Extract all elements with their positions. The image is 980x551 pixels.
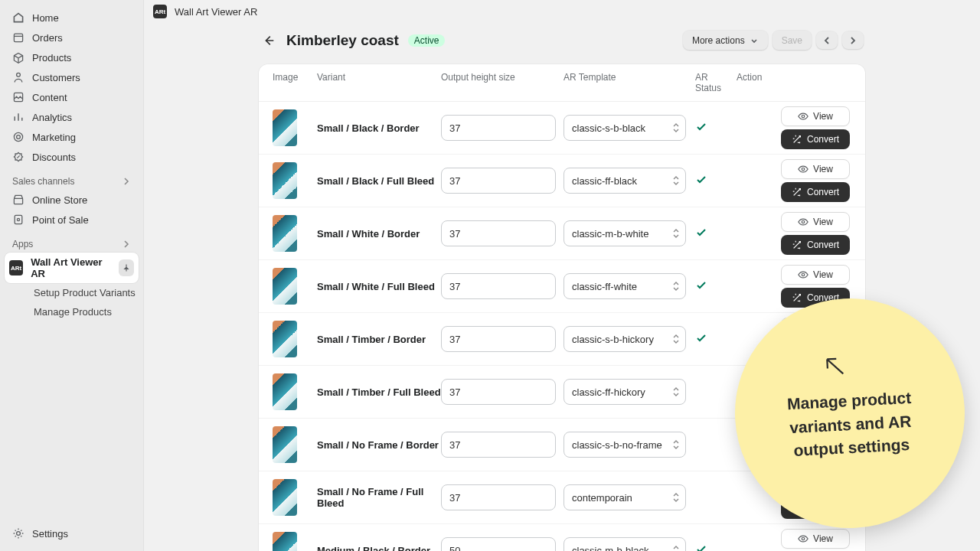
- ar-status-check: [695, 279, 737, 294]
- more-actions-button[interactable]: More actions: [683, 31, 768, 51]
- next-product-button[interactable]: [842, 31, 864, 50]
- output-height-input[interactable]: [441, 432, 556, 458]
- table-row: Medium / Black / Border classic-m-b-blac…: [259, 524, 865, 551]
- output-height-input[interactable]: [441, 484, 556, 510]
- arrow-icon: [822, 354, 847, 378]
- variant-name: Small / No Frame / Border: [317, 439, 439, 451]
- nav-orders[interactable]: Orders: [5, 28, 139, 47]
- variant-thumbnail: [273, 426, 297, 463]
- output-height-input[interactable]: [441, 220, 556, 246]
- sidebar-bottom: Settings: [0, 516, 143, 551]
- nav-label: Point of Sale: [32, 214, 89, 226]
- save-button[interactable]: Save: [773, 31, 812, 51]
- view-button[interactable]: View: [781, 265, 850, 285]
- nav-discounts[interactable]: Discounts: [5, 147, 139, 167]
- ar-template-select[interactable]: classic-s-b-black: [564, 115, 686, 141]
- col-status: AR Status: [695, 72, 737, 93]
- variant-name: Small / No Frame / Full Bleed: [317, 486, 423, 509]
- ar-template-select[interactable]: classic-s-b-no-frame: [564, 432, 686, 458]
- output-height-input[interactable]: [441, 115, 556, 141]
- svg-point-10: [802, 168, 805, 171]
- nav-content[interactable]: Content: [5, 87, 139, 107]
- convert-button[interactable]: Convert: [781, 182, 850, 202]
- orders-icon: [12, 31, 24, 44]
- chevron-left-icon: [822, 36, 831, 45]
- table-row: Small / White / Full Bleed classic-ff-wh…: [259, 260, 865, 313]
- ar-status-check: [695, 227, 737, 241]
- primary-nav: Home Orders Products Customers Content A…: [0, 0, 143, 321]
- variant-name: Small / White / Border: [317, 228, 420, 240]
- content-icon: [12, 91, 24, 103]
- nav-products[interactable]: Products: [5, 47, 139, 67]
- variant-name: Small / Timber / Full Bleed: [317, 386, 441, 398]
- view-button[interactable]: View: [781, 159, 850, 179]
- convert-button[interactable]: Convert: [781, 235, 850, 255]
- chevron-down-icon: [750, 36, 759, 45]
- variant-name: Medium / Black / Border: [317, 545, 430, 552]
- section-label: Sales channels: [12, 176, 74, 187]
- nav-label: Home: [32, 12, 59, 24]
- eye-icon: [798, 533, 808, 544]
- subnav-manage-products[interactable]: Manage Products: [31, 302, 139, 321]
- variant-thumbnail: [273, 321, 297, 357]
- variant-name: Small / Timber / Border: [317, 334, 426, 345]
- svg-point-17: [802, 537, 805, 540]
- nav-pos[interactable]: Point of Sale: [5, 210, 139, 230]
- output-height-input[interactable]: [441, 168, 556, 194]
- convert-button[interactable]: Convert: [781, 129, 850, 149]
- customers-icon: [12, 71, 24, 83]
- ar-status-check: [695, 332, 737, 347]
- ar-template-select[interactable]: classic-m-b-black: [564, 537, 686, 551]
- chevron-right-icon: [122, 240, 131, 249]
- table-row: Small / Black / Full Bleed classic-ff-bl…: [259, 155, 865, 207]
- ar-status-check: [695, 174, 737, 188]
- sales-channels-header[interactable]: Sales channels: [5, 167, 139, 190]
- magic-icon: [792, 240, 802, 250]
- ar-template-select[interactable]: classic-ff-black: [564, 168, 686, 194]
- status-badge: Active: [408, 34, 446, 47]
- nav-label: Products: [32, 52, 71, 64]
- ar-template-select[interactable]: classic-ff-hickory: [564, 379, 686, 405]
- pin-button[interactable]: [119, 259, 134, 276]
- callout-text: Manage product variants and AR output se…: [734, 384, 967, 466]
- nav-label: Analytics: [32, 112, 72, 123]
- view-button[interactable]: View: [781, 529, 850, 549]
- svg-point-11: [802, 220, 805, 223]
- prev-product-button[interactable]: [816, 31, 838, 50]
- col-template: AR Template: [564, 72, 695, 93]
- app-mini-icon: ARt: [9, 260, 23, 276]
- nav-label: Settings: [32, 528, 68, 540]
- ar-template-select[interactable]: classic-m-b-white: [564, 220, 686, 246]
- nav-settings[interactable]: Settings: [5, 523, 139, 543]
- output-height-input[interactable]: [441, 379, 556, 405]
- nav-label: Discounts: [32, 152, 76, 163]
- ar-template-select[interactable]: classic-s-b-hickory: [564, 326, 686, 352]
- table-header: Image Variant Output height size AR Temp…: [259, 64, 865, 102]
- apps-header[interactable]: Apps: [5, 230, 139, 253]
- view-button[interactable]: View: [781, 212, 850, 232]
- gear-icon: [12, 527, 24, 540]
- subnav-setup-variants[interactable]: Setup Product Variants: [31, 283, 139, 302]
- view-button[interactable]: View: [781, 106, 850, 126]
- nav-customers[interactable]: Customers: [5, 67, 139, 87]
- svg-point-9: [802, 115, 805, 118]
- sidebar-app-wall-art[interactable]: ARt Wall Art Viewer AR: [5, 253, 139, 283]
- nav-analytics[interactable]: Analytics: [5, 107, 139, 127]
- svg-point-12: [802, 273, 805, 276]
- app-title-bar: ARt Wall Art Viewer AR: [144, 0, 980, 23]
- page-header: Kimberley coast Active More actions Save: [259, 31, 865, 51]
- magic-icon: [792, 134, 802, 145]
- store-icon: [12, 194, 24, 206]
- ar-template-select[interactable]: contemporain: [564, 484, 686, 510]
- output-height-input[interactable]: [441, 326, 556, 352]
- ar-template-select[interactable]: classic-ff-white: [564, 273, 686, 299]
- nav-label: Content: [32, 92, 67, 103]
- nav-online-store[interactable]: Online Store: [5, 190, 139, 210]
- nav-marketing[interactable]: Marketing: [5, 127, 139, 147]
- output-height-input[interactable]: [441, 537, 556, 551]
- back-button[interactable]: [260, 32, 277, 49]
- variant-thumbnail: [273, 373, 297, 410]
- output-height-input[interactable]: [441, 273, 556, 299]
- nav-home[interactable]: Home: [5, 8, 139, 28]
- app-link-label: Wall Art Viewer AR: [31, 256, 111, 279]
